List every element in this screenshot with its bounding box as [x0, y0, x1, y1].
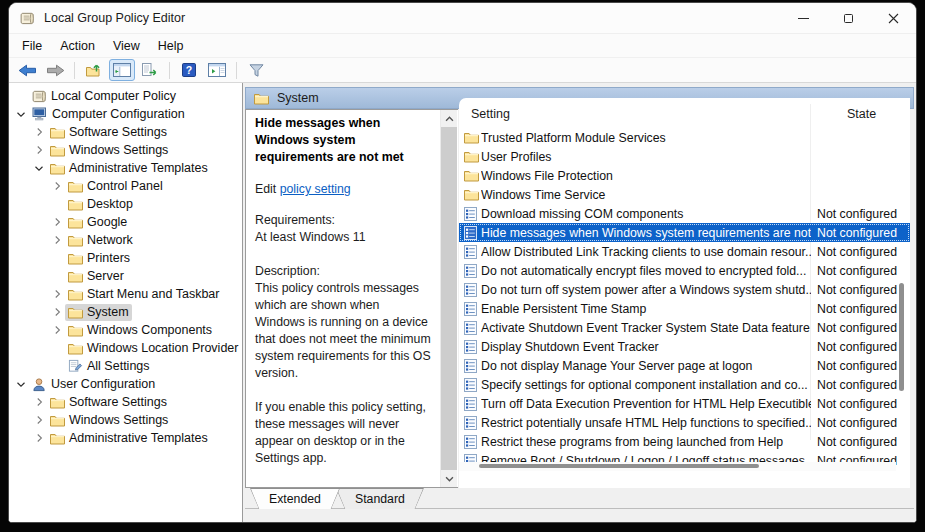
minimize-button[interactable]: [781, 3, 826, 33]
list-row[interactable]: Restrict these programs from being launc…: [459, 432, 910, 451]
show-console-tree-button[interactable]: [109, 59, 135, 81]
policy-icon: [464, 207, 481, 221]
menu-file[interactable]: File: [13, 36, 51, 56]
tree-item-server[interactable]: Server: [9, 267, 242, 285]
policy-setting-link[interactable]: policy setting: [280, 182, 351, 196]
chevron-down-icon[interactable]: [13, 381, 29, 388]
tree-item-start-menu-and-taskbar[interactable]: Start Menu and Taskbar: [9, 285, 242, 303]
chevron-right-icon[interactable]: [31, 127, 47, 137]
up-one-level-button[interactable]: [81, 59, 107, 81]
folder-icon: [50, 414, 65, 427]
chevron-right-icon[interactable]: [49, 325, 65, 335]
user-icon: [32, 377, 47, 392]
tree-item-software-settings[interactable]: Software Settings: [9, 123, 242, 141]
back-button[interactable]: [14, 59, 40, 81]
folder-icon: [68, 216, 83, 229]
setting-state: Not configured: [817, 340, 897, 354]
tree-item-all-settings[interactable]: All Settings: [9, 357, 242, 375]
tree-item-core: Network: [65, 232, 136, 249]
tree-item-core: Server: [65, 268, 127, 285]
menu-action[interactable]: Action: [51, 36, 104, 56]
tab-standard[interactable]: Standard: [336, 488, 424, 509]
chevron-right-icon[interactable]: [49, 289, 65, 299]
chevron-down-icon[interactable]: [31, 165, 47, 172]
details-scrollbar-thumb[interactable]: [441, 127, 457, 470]
tree-item-printers[interactable]: Printers: [9, 249, 242, 267]
list-row[interactable]: Trusted Platform Module Services: [459, 128, 910, 147]
column-header-setting[interactable]: Setting: [471, 107, 510, 121]
tree-item-administrative-templates[interactable]: Administrative Templates: [9, 159, 242, 177]
tree-item-user-configuration[interactable]: User Configuration: [9, 375, 242, 393]
list-row[interactable]: Windows Time Service: [459, 185, 910, 204]
list-vertical-scrollbar-thumb[interactable]: [899, 283, 904, 391]
menu-view[interactable]: View: [104, 36, 149, 56]
tree-item-software-settings[interactable]: Software Settings: [9, 393, 242, 411]
tree-item-label: Administrative Templates: [69, 431, 208, 445]
chevron-down-icon[interactable]: [13, 111, 29, 118]
tab-extended[interactable]: Extended: [250, 488, 340, 509]
tree-item-windows-settings[interactable]: Windows Settings: [9, 141, 242, 159]
settings-list: Setting State Trusted Platform Module Se…: [459, 98, 910, 488]
list-row[interactable]: Allow Distributed Link Tracking clients …: [459, 242, 910, 261]
chevron-right-icon[interactable]: [49, 307, 65, 317]
column-header-state[interactable]: State: [847, 107, 876, 121]
tree-item-windows-settings[interactable]: Windows Settings: [9, 411, 242, 429]
show-action-pane-button[interactable]: [204, 59, 230, 81]
setting-state: Not configured: [817, 416, 897, 430]
list-row[interactable]: Activate Shutdown Event Tracker System S…: [459, 318, 910, 337]
tree-item-network[interactable]: Network: [9, 231, 242, 249]
setting-state: Not configured: [817, 283, 897, 297]
list-row[interactable]: Enable Persistent Time StampNot configur…: [459, 299, 910, 318]
chevron-right-icon[interactable]: [31, 397, 47, 407]
maximize-button[interactable]: [826, 3, 871, 33]
export-list-button[interactable]: [137, 59, 163, 81]
filter-button[interactable]: [243, 59, 269, 81]
chevron-right-icon[interactable]: [31, 433, 47, 443]
list-row[interactable]: Restrict potentially unsafe HTML Help fu…: [459, 413, 910, 432]
list-row[interactable]: Do not automatically encrypt files moved…: [459, 261, 910, 280]
list-row[interactable]: Display Shutdown Event TrackerNot config…: [459, 337, 910, 356]
chevron-right-icon[interactable]: [49, 181, 65, 191]
folder-icon: [68, 252, 83, 265]
chevron-right-icon[interactable]: [49, 217, 65, 227]
tree-item-local-computer-policy[interactable]: Local Computer Policy: [9, 87, 242, 105]
horizontal-scrollbar-thumb[interactable]: [479, 464, 759, 468]
menu-help[interactable]: Help: [149, 36, 193, 56]
list-row[interactable]: Do not display Manage Your Server page a…: [459, 356, 910, 375]
tree-item-windows-location-provider[interactable]: Windows Location Provider: [9, 339, 242, 357]
setting-state: Not configured: [817, 359, 897, 373]
chevron-right-icon[interactable]: [49, 235, 65, 245]
title-bar: Local Group Policy Editor: [9, 3, 916, 33]
tree-item-core: Administrative Templates: [47, 160, 211, 177]
tree-item-administrative-templates[interactable]: Administrative Templates: [9, 429, 242, 447]
list-row[interactable]: Windows File Protection: [459, 166, 910, 185]
list-row[interactable]: User Profiles: [459, 147, 910, 166]
tree-item-label: Google: [87, 215, 127, 229]
list-row[interactable]: Do not turn off system power after a Win…: [459, 280, 910, 299]
tree-item-google[interactable]: Google: [9, 213, 242, 231]
close-button[interactable]: [871, 3, 916, 33]
tree-item-desktop[interactable]: Desktop: [9, 195, 242, 213]
help-button[interactable]: ?: [176, 59, 202, 81]
horizontal-scrollbar[interactable]: [459, 462, 896, 471]
list-row[interactable]: Download missing COM componentsNot confi…: [459, 204, 910, 223]
tree-item-system[interactable]: System: [9, 303, 242, 321]
setting-name: Do not turn off system power after a Win…: [481, 283, 811, 297]
tree-item-core: Printers: [65, 250, 133, 267]
list-row[interactable]: Specify settings for optional component …: [459, 375, 910, 394]
main-area: Local Computer PolicyComputer Configurat…: [9, 83, 916, 523]
details-scrollbar[interactable]: [440, 110, 457, 487]
tree-item-windows-components[interactable]: Windows Components: [9, 321, 242, 339]
tree-item-label: Software Settings: [69, 125, 167, 139]
chevron-right-icon[interactable]: [31, 145, 47, 155]
chevron-right-icon[interactable]: [31, 415, 47, 425]
tree-item-control-panel[interactable]: Control Panel: [9, 177, 242, 195]
scroll-up-icon[interactable]: [441, 110, 457, 127]
folder-icon: [254, 92, 269, 105]
list-row[interactable]: Turn off Data Execution Prevention for H…: [459, 394, 910, 413]
tree-item-core: Control Panel: [65, 178, 166, 195]
tree-item-computer-configuration[interactable]: Computer Configuration: [9, 105, 242, 123]
list-row[interactable]: Hide messages when Windows system requir…: [459, 223, 910, 242]
forward-button[interactable]: [42, 59, 68, 81]
scroll-down-icon[interactable]: [441, 470, 457, 487]
